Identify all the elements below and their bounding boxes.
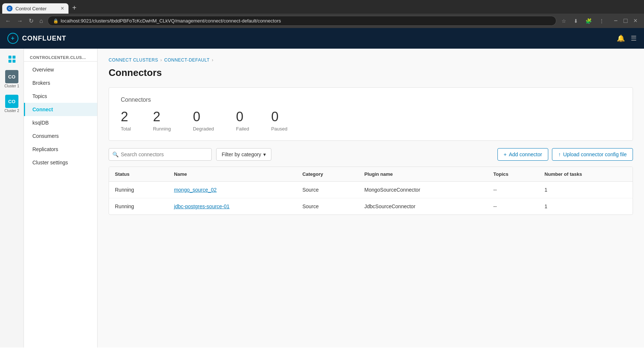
logo-text: CONFLUENT [22,35,66,42]
tab-title: Control Center [15,6,47,11]
row2-name: jdbc-postgres-source-01 [168,198,296,215]
stat-failed-value: 0 [236,109,249,125]
row1-status: Running [109,182,168,198]
row2-category: Source [296,198,358,215]
minimize-button[interactable]: − [611,16,621,25]
cluster2-badge: CO [5,95,18,108]
browser-tabs: C Control Center × + [0,0,644,14]
sidebar-item-brokers[interactable]: Brokers [24,76,97,90]
stat-running-label: Running [153,126,170,132]
browser-chrome: C Control Center × + ← → ↻ ⌂ 🔒 localhost… [0,0,644,28]
col-plugin-name: Plugin name [359,167,488,182]
top-nav-right: 🔔 ☰ [617,34,637,42]
upload-icon: ↑ [558,151,561,157]
col-tasks: Number of tasks [539,167,633,182]
sidebar-item-ksqldb[interactable]: ksqlDB [24,116,97,129]
bell-icon[interactable]: 🔔 [617,34,625,42]
cluster2-label: Cluster 2 [4,109,19,113]
app-container: + CONFLUENT 🔔 ☰ CO [0,28,644,348]
sidebar-item-cluster-settings[interactable]: Cluster settings [24,156,97,169]
add-connector-icon: + [504,151,507,157]
downloads-button[interactable]: ⬇ [571,17,580,25]
maximize-button[interactable]: □ [621,16,631,25]
app-logo: + CONFLUENT [7,33,66,44]
apps-grid [8,56,15,63]
table-header-row: Status Name Category Plugin name Topics … [109,167,633,182]
stat-running-value: 2 [153,109,170,125]
home-button[interactable]: ⌂ [38,16,45,26]
row2-plugin-name: JdbcSourceConnector [359,198,488,215]
stat-total-label: Total [121,126,131,132]
stats-card-title: Connectors [121,97,621,103]
cluster2-icon[interactable]: CO Cluster 2 [3,93,21,115]
sidebar: CO Cluster 1 CO Cluster 2 CONTROLCENTER.… [0,49,98,348]
row1-category: Source [296,182,358,198]
col-topics: Topics [488,167,539,182]
search-wrapper: 🔍 [109,148,212,161]
row2-name-link[interactable]: jdbc-postgres-source-01 [174,203,229,209]
col-name: Name [168,167,296,182]
stat-total-value: 2 [121,109,131,125]
new-tab-button[interactable]: + [68,2,80,14]
row1-plugin-name: MongoSourceConnector [359,182,488,198]
sidebar-cluster-header: CONTROLCENTER.CLUS... [24,52,97,62]
row1-name: mongo_source_02 [168,182,296,198]
breadcrumb-connect-default[interactable]: CONNECT-DEFAULT [164,57,210,63]
close-window-button[interactable]: × [630,16,640,25]
browser-action-buttons: ☆ ⬇ 🧩 ⋮ [559,17,606,25]
stat-failed-label: Failed [236,126,249,132]
page-title: Connectors [109,67,633,78]
sidebar-item-overview[interactable]: Overview [24,63,97,76]
top-nav: + CONFLUENT 🔔 ☰ [0,28,644,49]
sidebar-item-connect[interactable]: Connect [24,103,97,116]
extensions-button[interactable]: 🧩 [583,17,594,25]
upload-label: Upload connector config file [563,151,627,157]
main-layout: CO Cluster 1 CO Cluster 2 CONTROLCENTER.… [0,49,644,348]
logo-icon: + [7,33,18,44]
stat-failed: 0 Failed [236,109,249,132]
connectors-table: Status Name Category Plugin name Topics … [109,167,633,214]
url-lock-icon: 🔒 [53,18,59,24]
row2-status: Running [109,198,168,215]
row1-name-link[interactable]: mongo_source_02 [174,187,217,193]
breadcrumb: CONNECT CLUSTERS › CONNECT-DEFAULT › [109,57,633,63]
forward-button[interactable]: → [15,16,24,26]
hamburger-menu-icon[interactable]: ☰ [631,34,637,42]
sidebar-item-topics[interactable]: Topics [24,90,97,103]
sidebar-item-replicators[interactable]: Replicators [24,143,97,156]
row1-tasks: 1 [539,182,633,198]
breadcrumb-sep1: › [160,57,162,63]
sidebar-item-consumers[interactable]: Consumers [24,129,97,143]
refresh-button[interactable]: ↻ [27,16,35,26]
tab-close-button[interactable]: × [61,6,64,11]
tab-favicon: C [7,6,13,11]
table-header: Status Name Category Plugin name Topics … [109,167,633,182]
main-content: CONNECT CLUSTERS › CONNECT-DEFAULT › Con… [98,49,644,348]
cluster1-icon[interactable]: CO Cluster 1 [3,68,21,90]
col-category: Category [296,167,358,182]
stat-degraded-value: 0 [193,109,214,125]
stats-row: 2 Total 2 Running 0 Degraded 0 Failed [121,109,621,132]
connectors-toolbar: 🔍 Filter by category ▾ + Add connector ↑… [109,148,633,161]
stat-paused: 0 Paused [271,109,287,132]
filter-label: Filter by category [222,151,261,157]
search-input[interactable] [109,148,212,161]
apps-grid-icon[interactable] [5,52,18,66]
bookmarks-button[interactable]: ☆ [559,17,569,25]
url-bar[interactable]: 🔒 localhost:9021/clusters/tbddPBFoTcKcDw… [47,16,556,26]
window-controls: − □ × [611,16,640,25]
cluster-icon-list: CO Cluster 1 CO Cluster 2 [0,49,24,348]
menu-button[interactable]: ⋮ [597,17,606,25]
add-connector-button[interactable]: + Add connector [497,148,548,161]
cluster1-badge: CO [5,70,18,83]
back-button[interactable]: ← [4,16,13,26]
breadcrumb-connect-clusters[interactable]: CONNECT CLUSTERS [109,57,158,63]
upload-connector-config-button[interactable]: ↑ Upload connector config file [552,148,633,161]
stat-degraded: 0 Degraded [193,109,214,132]
url-text: localhost:9021/clusters/tbddPBFoTcKcDwHM… [61,18,281,24]
filter-by-category-button[interactable]: Filter by category ▾ [216,148,271,161]
row1-topics: -- [488,182,539,198]
filter-arrow-icon: ▾ [263,151,266,157]
sidebar-nav: CONTROLCENTER.CLUS... Overview Brokers T… [24,49,97,348]
stat-running: 2 Running [153,109,170,132]
